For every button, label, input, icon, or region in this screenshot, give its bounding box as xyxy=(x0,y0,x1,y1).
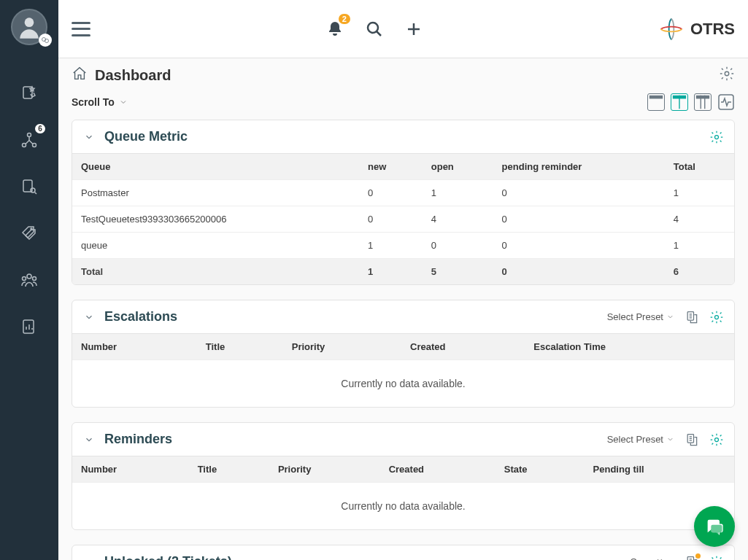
queue-metric-table: Queue new open pending reminder Total Po… xyxy=(72,153,734,284)
col-total: Total xyxy=(665,154,734,180)
svg-point-15 xyxy=(725,71,729,76)
widget-settings-icon[interactable] xyxy=(709,432,724,447)
page-settings-icon[interactable] xyxy=(719,66,735,85)
col-open: open xyxy=(423,154,493,180)
widget-escalations: Escalations Select Preset Number Title xyxy=(72,300,735,408)
collapse-toggle[interactable] xyxy=(82,131,96,144)
page-header: Dashboard xyxy=(58,58,748,89)
empty-message: Currently no data available. xyxy=(72,482,734,529)
preset-dropdown[interactable]: Select Preset xyxy=(607,311,674,322)
col-priority: Priority xyxy=(269,456,380,483)
status-icon xyxy=(39,34,52,47)
widget-settings-icon[interactable] xyxy=(709,310,724,324)
collapse-toggle[interactable] xyxy=(82,556,96,561)
home-icon xyxy=(72,66,88,85)
notifications-icon[interactable]: 2 xyxy=(325,20,344,39)
col-new: new xyxy=(359,154,423,180)
col-number: Number xyxy=(72,334,197,360)
notification-count: 2 xyxy=(339,14,350,24)
filter-icon[interactable] xyxy=(685,432,699,447)
col-escalation: Escalation Time xyxy=(525,334,734,360)
widget-title: Queue Metric xyxy=(104,129,701,144)
collapse-toggle[interactable] xyxy=(82,311,96,324)
avatar[interactable] xyxy=(11,9,47,45)
filter-icon[interactable] xyxy=(685,555,699,561)
brand-text: OTRS xyxy=(690,20,735,39)
svg-point-23 xyxy=(715,135,719,139)
nav-processes[interactable]: 6 xyxy=(15,128,44,152)
brand-logo: OTRS xyxy=(658,16,735,42)
svg-point-10 xyxy=(27,274,31,279)
widget-unlocked: Unlocked (2 Tickets) Open Number xyxy=(72,545,735,560)
nav-favorites[interactable] xyxy=(15,82,44,105)
col-queue: Queue xyxy=(72,154,359,180)
svg-rect-28 xyxy=(687,556,693,560)
add-icon[interactable] xyxy=(404,20,423,39)
layout-3col-icon[interactable] xyxy=(694,93,712,111)
chevron-down-icon xyxy=(119,98,128,106)
svg-point-27 xyxy=(715,438,719,441)
page-title: Dashboard xyxy=(95,67,171,84)
svg-point-25 xyxy=(715,315,719,319)
widget-settings-icon[interactable] xyxy=(709,555,724,561)
svg-rect-19 xyxy=(696,96,709,99)
nav-badge: 6 xyxy=(35,124,45,133)
svg-point-8 xyxy=(31,188,35,192)
col-pending: Pending till xyxy=(585,456,734,483)
nav-people[interactable] xyxy=(15,268,44,292)
menu-toggle[interactable] xyxy=(72,22,90,36)
widget-settings-icon[interactable] xyxy=(709,130,724,144)
col-state: State xyxy=(496,456,585,483)
col-created: Created xyxy=(380,456,496,483)
filter-icon[interactable] xyxy=(685,310,699,324)
nav-search-doc[interactable] xyxy=(15,175,44,198)
layout-activity-icon[interactable] xyxy=(717,93,735,111)
collapse-toggle[interactable] xyxy=(82,433,96,446)
svg-point-5 xyxy=(23,144,26,147)
svg-rect-13 xyxy=(23,320,34,333)
nav-tags[interactable] xyxy=(15,222,44,245)
col-priority: Priority xyxy=(283,334,401,360)
search-icon[interactable] xyxy=(365,20,384,39)
col-created: Created xyxy=(401,334,525,360)
svg-point-2 xyxy=(45,39,49,43)
col-pending: pending reminder xyxy=(493,154,665,180)
svg-point-14 xyxy=(368,23,378,33)
sidebar: 6 xyxy=(0,0,58,560)
chevron-down-icon xyxy=(666,435,674,443)
col-title: Title xyxy=(189,456,269,483)
empty-message: Currently no data available. xyxy=(72,359,734,407)
widget-queue-metric: Queue Metric Queue new open pending remi… xyxy=(72,120,735,285)
table-row[interactable]: TestQueuetest9393303665200006 0 4 0 4 xyxy=(72,206,734,233)
scroll-to-dropdown[interactable]: Scroll To xyxy=(72,96,128,108)
svg-point-11 xyxy=(23,277,26,281)
escalations-table: Number Title Priority Created Escalation… xyxy=(72,333,734,359)
svg-point-4 xyxy=(28,133,31,137)
svg-point-12 xyxy=(33,277,36,281)
widget-title: Reminders xyxy=(104,432,598,447)
reminders-table: Number Title Priority Created State Pend… xyxy=(72,456,734,482)
preset-dropdown[interactable]: Select Preset xyxy=(607,434,674,445)
layout-1col-icon[interactable] xyxy=(647,93,665,111)
preset-dropdown[interactable]: Open xyxy=(630,556,674,560)
clear-preset-icon[interactable] xyxy=(656,556,663,560)
widget-title: Escalations xyxy=(104,309,598,324)
col-title: Title xyxy=(197,334,283,360)
topbar: 2 OTRS xyxy=(58,0,748,58)
widget-title: Unlocked (2 Tickets) xyxy=(104,554,621,560)
svg-rect-16 xyxy=(649,96,663,99)
table-row[interactable]: Postmaster 0 1 0 1 xyxy=(72,180,734,206)
chat-fab[interactable] xyxy=(694,506,735,547)
scroll-to-label: Scroll To xyxy=(72,96,115,108)
nav-reports[interactable] xyxy=(15,315,44,338)
svg-point-0 xyxy=(25,18,34,27)
widget-reminders: Reminders Select Preset Number Title xyxy=(72,422,735,530)
col-number: Number xyxy=(72,456,189,483)
table-row[interactable]: queue 1 0 0 1 xyxy=(72,233,734,259)
chevron-down-icon xyxy=(666,313,674,321)
layout-2col-icon[interactable] xyxy=(671,93,688,111)
table-total-row: Total 1 5 0 6 xyxy=(72,259,734,285)
